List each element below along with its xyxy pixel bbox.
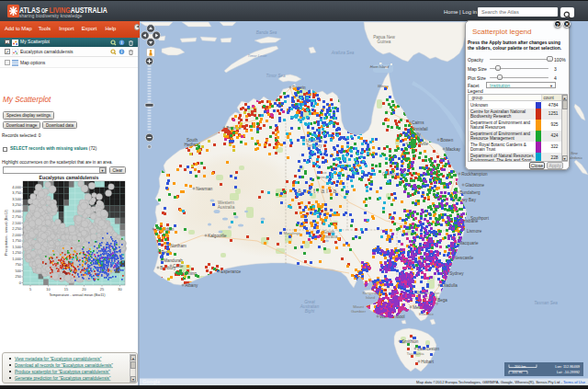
svg-text:30: 30 bbox=[118, 287, 122, 292]
svg-text:Temperature - annual mean (Bio: Temperature - annual mean (Bio11) bbox=[49, 292, 106, 297]
svg-text:100 mi: 100 mi bbox=[512, 371, 523, 374]
svg-text:2,500: 2,500 bbox=[12, 221, 22, 225]
svg-text:Innisfail: Innisfail bbox=[413, 127, 428, 132]
svg-text:Bowen: Bowen bbox=[440, 138, 453, 143]
svg-text:Maralinga: Maralinga bbox=[284, 231, 301, 235]
svg-text:Precipitation - annual (Bio12): Precipitation - annual (Bio12) bbox=[4, 209, 8, 256]
svg-text:25: 25 bbox=[100, 287, 104, 292]
svg-text:Smithton: Smithton bbox=[401, 339, 419, 344]
svg-text:Timor Sea: Timor Sea bbox=[266, 74, 286, 78]
svg-text:Sydney: Sydney bbox=[449, 271, 464, 276]
svg-text:250: 250 bbox=[16, 274, 22, 279]
svg-text:Western: Western bbox=[218, 200, 234, 205]
svg-text:2,750: 2,750 bbox=[12, 214, 22, 219]
svg-text:Cairns: Cairns bbox=[412, 120, 424, 125]
svg-text:200 km: 200 km bbox=[514, 365, 526, 369]
svg-text:Bega: Bega bbox=[437, 298, 447, 303]
svg-text:3,750: 3,750 bbox=[12, 190, 22, 195]
svg-text:3,250: 3,250 bbox=[12, 202, 22, 207]
svg-text:Mandurah: Mandurah bbox=[164, 258, 183, 263]
svg-text:Gambier: Gambier bbox=[351, 309, 367, 314]
svg-text:Esperance: Esperance bbox=[220, 269, 241, 274]
svg-text:Arafura Sea: Arafura Sea bbox=[331, 51, 355, 55]
svg-text:Australia: Australia bbox=[218, 205, 235, 210]
svg-text:Newcastle: Newcastle bbox=[454, 256, 474, 260]
svg-text:Map data ©2012 Europa Technolo: Map data ©2012 Europa Technologies, GBRM… bbox=[416, 380, 586, 384]
svg-text:500: 500 bbox=[16, 269, 22, 273]
svg-text:Tasman Sea: Tasman Sea bbox=[534, 301, 558, 305]
svg-text:Macquarie: Macquarie bbox=[458, 241, 479, 246]
svg-text:1,250: 1,250 bbox=[12, 250, 22, 255]
svg-text:New: New bbox=[571, 152, 578, 155]
svg-text:3,500: 3,500 bbox=[12, 197, 22, 201]
svg-text:Mount: Mount bbox=[353, 304, 364, 309]
svg-text:Kalgoorlie: Kalgoorlie bbox=[208, 234, 227, 238]
svg-text:View metadata for "Eucalyptus: View metadata for "Eucalyptus camaldulen… bbox=[15, 357, 102, 361]
svg-text:Hobart: Hobart bbox=[421, 360, 435, 364]
svg-text:Mackay: Mackay bbox=[446, 147, 461, 152]
svg-text:1,000: 1,000 bbox=[12, 257, 22, 261]
svg-text:2,250: 2,250 bbox=[12, 226, 22, 231]
svg-text:Timor Leste: Timor Leste bbox=[247, 53, 267, 58]
svg-text:Google: Google bbox=[142, 379, 160, 384]
svg-text:i: i bbox=[121, 50, 122, 54]
svg-text:20: 20 bbox=[82, 287, 86, 292]
svg-text:Southport: Southport bbox=[470, 216, 490, 221]
svg-text:4,000: 4,000 bbox=[12, 185, 22, 189]
svg-text:5: 5 bbox=[29, 287, 31, 292]
svg-text:Produce scatterplot for "Eucal: Produce scatterplot for "Eucalyptus cama… bbox=[15, 370, 110, 374]
svg-text:Download all records for "Euca: Download all records for "Eucalyptus cam… bbox=[15, 363, 113, 368]
svg-text:Bight: Bight bbox=[305, 309, 315, 314]
svg-text:1,750: 1,750 bbox=[12, 238, 22, 243]
svg-text:Gladstone: Gladstone bbox=[465, 183, 484, 188]
svg-text:3,000: 3,000 bbox=[12, 209, 22, 213]
svg-text:0: 0 bbox=[19, 280, 22, 285]
svg-text:Horn Island: Horn Island bbox=[370, 64, 390, 69]
svg-text:Rockhampton: Rockhampton bbox=[461, 172, 488, 177]
svg-text:Northam: Northam bbox=[170, 244, 187, 248]
svg-text:15: 15 bbox=[64, 287, 68, 292]
svg-text:1,500: 1,500 bbox=[12, 245, 22, 249]
svg-text:750: 750 bbox=[16, 262, 22, 267]
svg-text:Newman: Newman bbox=[196, 187, 213, 191]
svg-text:Lon: 112.86469: Lon: 112.86469 bbox=[555, 364, 580, 369]
svg-text:Guinea: Guinea bbox=[378, 40, 391, 44]
svg-text:Island: Island bbox=[366, 296, 375, 300]
svg-text:Lat: -10.29992: Lat: -10.29992 bbox=[557, 370, 580, 374]
svg-text:10: 10 bbox=[46, 287, 51, 292]
svg-text:i: i bbox=[121, 40, 122, 45]
svg-text:2,000: 2,000 bbox=[12, 233, 22, 237]
svg-text:Lismore: Lismore bbox=[467, 229, 482, 234]
svg-text:Generate prediction for "Eucal: Generate prediction for "Eucalyptus cama… bbox=[15, 376, 111, 381]
svg-text:Banda Sea: Banda Sea bbox=[256, 30, 277, 35]
